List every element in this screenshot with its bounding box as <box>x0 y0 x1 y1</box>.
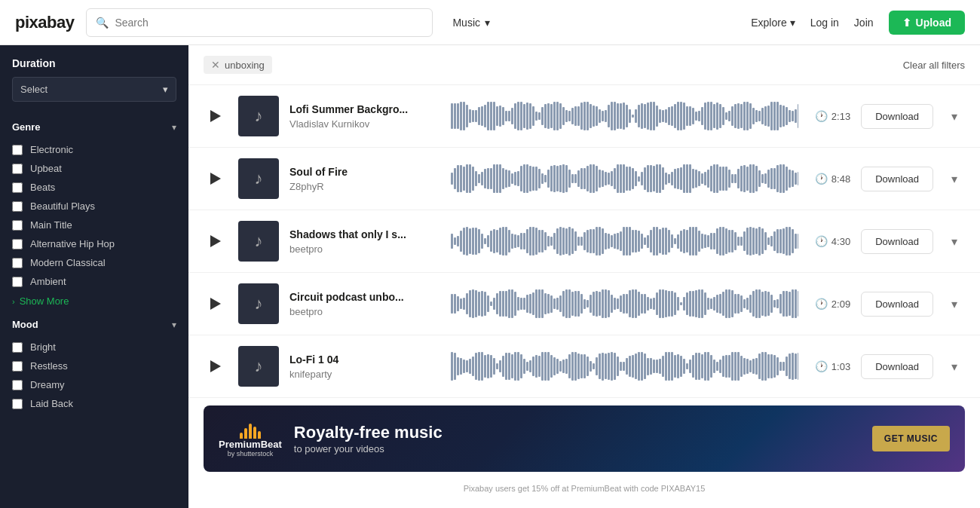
genre-checkbox[interactable] <box>12 258 23 268</box>
header-right: Explore ▾ Log in Join ⬆ Upload <box>751 11 965 35</box>
genre-checkbox[interactable] <box>12 239 23 249</box>
music-note-icon: ♪ <box>255 106 263 126</box>
download-button[interactable]: Download <box>861 104 933 129</box>
search-bar[interactable]: 🔍 <box>86 8 433 37</box>
mood-label: Bright <box>30 341 56 353</box>
genre-checkbox[interactable] <box>12 145 23 155</box>
search-input[interactable] <box>115 17 423 29</box>
track-duration: 🕐 1:03 <box>809 360 850 372</box>
play-button[interactable] <box>204 229 228 253</box>
explore-label: Explore <box>751 17 786 29</box>
track-artist: Vladislav Kurnikov <box>289 118 440 130</box>
genre-item[interactable]: Alternative Hip Hop <box>0 234 188 253</box>
genre-checkbox[interactable] <box>12 220 23 231</box>
ad-bar-icon <box>240 421 261 439</box>
genre-checkbox[interactable] <box>12 164 23 174</box>
play-button[interactable] <box>204 167 228 191</box>
filter-tag-label: unboxing <box>225 60 265 71</box>
expand-button[interactable]: ▾ <box>944 293 965 314</box>
track-title: Shadows that only I s... <box>289 228 440 240</box>
ad-logo: PremiumBeat by shutterstock <box>219 421 282 458</box>
clock-icon: 🕐 <box>815 360 828 372</box>
mood-item[interactable]: Bright <box>0 338 188 357</box>
waveform[interactable] <box>451 164 798 194</box>
mood-checkbox[interactable] <box>12 361 23 372</box>
track-duration: 🕐 2:13 <box>809 110 850 122</box>
genre-label: Electronic <box>30 144 73 155</box>
download-button[interactable]: Download <box>861 354 933 379</box>
show-more-button[interactable]: › Show More <box>0 291 188 311</box>
genre-item[interactable]: Beautiful Plays <box>0 197 188 216</box>
join-button[interactable]: Join <box>854 17 874 29</box>
genre-item[interactable]: Modern Classical <box>0 253 188 272</box>
genre-item[interactable]: Upbeat <box>0 159 188 178</box>
explore-button[interactable]: Explore ▾ <box>751 17 795 29</box>
show-more-label: Show More <box>20 295 69 307</box>
track-artist: knifeparty <box>289 369 440 380</box>
download-button[interactable]: Download <box>861 292 933 317</box>
clear-filters-button[interactable]: Clear all filters <box>903 60 965 71</box>
bar2 <box>244 428 247 439</box>
music-note-icon: ♪ <box>255 357 263 376</box>
genre-checkbox[interactable] <box>12 201 23 212</box>
genre-item[interactable]: Electronic <box>0 140 188 159</box>
genre-item[interactable]: Ambient <box>0 272 188 291</box>
ad-cta-button[interactable]: GET MUSIC <box>872 426 950 451</box>
upload-button[interactable]: ⬆ Upload <box>889 11 965 35</box>
mood-checkbox[interactable] <box>12 399 23 409</box>
genre-item[interactable]: Main Title <box>0 216 188 234</box>
mood-list: BrightRestlessDreamyLaid Back <box>0 338 188 413</box>
expand-button[interactable]: ▾ <box>944 168 965 189</box>
track-item: ♪ Shadows that only I s... beetpro 🕐 4:3… <box>188 210 980 273</box>
track-item: ♪ Lo-Fi 1 04 knifeparty 🕐 1:03 Download … <box>188 335 980 398</box>
mood-checkbox[interactable] <box>12 342 23 353</box>
waveform[interactable] <box>451 101 798 131</box>
genre-section-header[interactable]: Genre ▾ <box>0 114 188 140</box>
promo-text: Pixabay users get 15% off at PremiumBeat… <box>188 479 980 497</box>
track-thumbnail: ♪ <box>238 346 279 387</box>
play-icon <box>210 298 221 310</box>
genre-checkbox[interactable] <box>12 182 23 193</box>
genre-checkbox[interactable] <box>12 277 23 287</box>
play-button[interactable] <box>204 292 228 316</box>
track-thumbnail: ♪ <box>238 158 279 199</box>
waveform[interactable] <box>451 226 798 256</box>
music-dropdown[interactable]: Music ▾ <box>445 12 498 33</box>
filter-bar: ✕ unboxing Clear all filters <box>188 45 980 85</box>
duration-title: Duration <box>12 57 176 69</box>
genre-label: Alternative Hip Hop <box>30 238 115 249</box>
remove-filter-button[interactable]: ✕ <box>211 59 220 71</box>
track-info: Lofi Summer Backgro... Vladislav Kurniko… <box>289 103 440 130</box>
login-button[interactable]: Log in <box>810 17 839 29</box>
track-info: Shadows that only I s... beetpro <box>289 228 440 255</box>
play-button[interactable] <box>204 104 228 128</box>
chevron-up-icon: ▾ <box>172 320 176 330</box>
mood-section-header[interactable]: Mood ▾ <box>0 311 188 338</box>
expand-button[interactable]: ▾ <box>944 231 965 252</box>
expand-button[interactable]: ▾ <box>944 106 965 127</box>
expand-button[interactable]: ▾ <box>944 356 965 377</box>
mood-label: Restless <box>30 360 68 372</box>
duration-select[interactable]: Select ▾ <box>12 77 176 102</box>
active-filter-tag: ✕ unboxing <box>204 56 272 74</box>
play-button[interactable] <box>204 354 228 378</box>
mood-item[interactable]: Dreamy <box>0 375 188 394</box>
waveform[interactable] <box>451 289 798 319</box>
chevron-right-icon: › <box>12 297 15 306</box>
chevron-up-icon: ▾ <box>172 122 176 133</box>
mood-item[interactable]: Restless <box>0 357 188 375</box>
clock-icon: 🕐 <box>815 110 828 122</box>
track-item: ♪ Lofi Summer Backgro... Vladislav Kurni… <box>188 85 980 148</box>
waveform[interactable] <box>451 351 798 381</box>
genre-label: Modern Classical <box>30 257 106 268</box>
mood-checkbox[interactable] <box>12 380 23 390</box>
track-duration: 🕐 4:30 <box>809 235 850 247</box>
download-button[interactable]: Download <box>861 167 933 191</box>
ad-banner: PremiumBeat by shutterstock Royalty-free… <box>204 405 965 472</box>
header: pixabay 🔍 Music ▾ Explore ▾ Log in Join … <box>0 0 980 45</box>
music-note-icon: ♪ <box>255 231 263 251</box>
mood-item[interactable]: Laid Back <box>0 394 188 413</box>
genre-item[interactable]: Beats <box>0 178 188 197</box>
download-button[interactable]: Download <box>861 229 933 254</box>
mood-title: Mood <box>12 319 38 330</box>
